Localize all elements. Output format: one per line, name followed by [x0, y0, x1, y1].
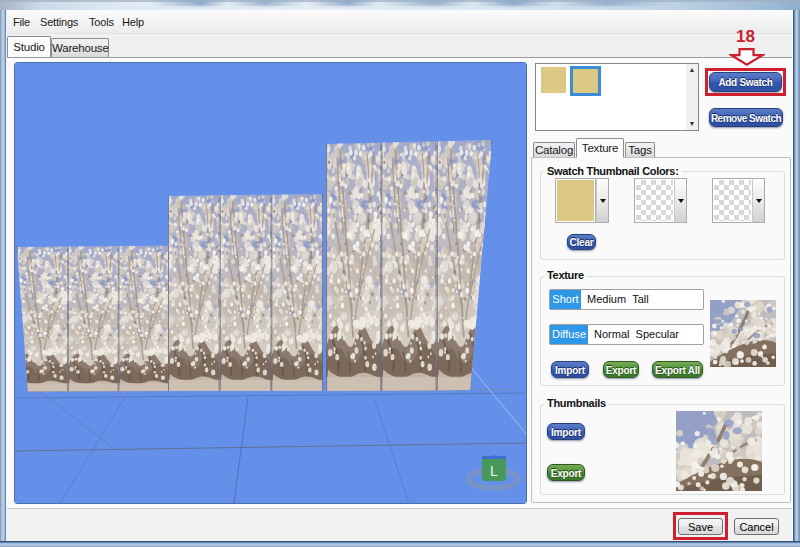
svg-text:L: L: [490, 463, 498, 479]
